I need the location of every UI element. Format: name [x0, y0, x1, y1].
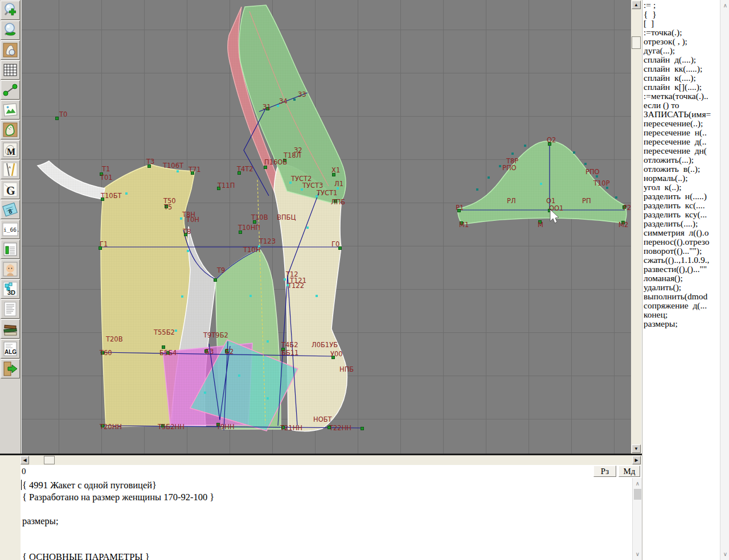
command-item[interactable]: :=метка(точка(.)..	[644, 92, 720, 101]
command-item[interactable]: разделить кс(....	[644, 201, 720, 210]
toolbar-calculator-icon[interactable]: 8	[1, 200, 20, 219]
scroll-up-icon[interactable]: ▲	[632, 1, 641, 9]
toolbar-chart-icon[interactable]	[1, 240, 20, 259]
command-item[interactable]: сплайн д(....);	[644, 55, 720, 64]
program-editor-panel[interactable]: 0 Рз Мд { 4991 Жакет с одной пуговицей}{…	[21, 465, 632, 560]
point-marker[interactable]	[56, 117, 59, 120]
scroll-left-icon[interactable]: ◀	[21, 456, 29, 464]
scroll-down-icon[interactable]: ∨	[721, 550, 729, 559]
command-item[interactable]: перенос(().отрезо	[644, 237, 720, 246]
md-button[interactable]: Мд	[619, 466, 640, 477]
editor-vscrollbar[interactable]: ∧ ∨	[632, 478, 642, 560]
command-item[interactable]: пересечение дн(	[644, 146, 720, 155]
point-marker[interactable]	[361, 427, 364, 430]
point-marker[interactable]	[511, 153, 514, 155]
pattern-canvas[interactable]: Т0Т1Т01Т3Т106ТТ71Т10БТТ50Т5Т8НТ0НТ8Г1Т9Т…	[22, 0, 631, 454]
command-item[interactable]: размеры;	[644, 319, 720, 328]
command-item[interactable]: отложить(...);	[644, 155, 720, 164]
scroll-up-icon[interactable]: ∧	[633, 479, 642, 488]
point-marker[interactable]	[284, 278, 286, 281]
point-marker[interactable]	[187, 250, 189, 252]
vscroll-thumb[interactable]	[632, 36, 641, 49]
point-marker[interactable]	[181, 295, 183, 298]
point-marker[interactable]	[573, 151, 575, 154]
toolbar-grid-icon[interactable]	[1, 60, 20, 80]
command-item[interactable]: разделить н(.....)	[644, 192, 720, 201]
toolbar-text-doc-icon[interactable]	[1, 299, 20, 319]
command-item[interactable]: симметрия л(().о	[644, 228, 720, 237]
toolbar-letter-g-icon[interactable]: G	[1, 180, 20, 199]
command-item[interactable]: поворот(()..."");	[644, 246, 720, 256]
canvas-area[interactable]: Т0Т1Т01Т3Т106ТТ71Т10БТТ50Т5Т8НТ0НТ8Г1Т9Т…	[22, 0, 631, 454]
point-marker[interactable]	[125, 192, 128, 195]
point-marker[interactable]	[267, 340, 269, 343]
point-marker[interactable]	[499, 165, 501, 167]
point-marker[interactable]	[540, 183, 542, 185]
point-marker[interactable]	[293, 98, 296, 101]
point-marker[interactable]	[524, 145, 526, 147]
toolbar-piece-preview-icon[interactable]	[1, 40, 20, 60]
point-marker[interactable]	[177, 170, 179, 172]
command-item[interactable]: пересечение(..);	[644, 119, 720, 128]
command-item[interactable]: сопряжение д(...	[644, 301, 720, 310]
command-item[interactable]: отложить в(..);	[644, 164, 720, 174]
command-item[interactable]: сжать(()..,1.1.0.9.,	[644, 256, 720, 265]
command-item[interactable]: если () то	[644, 101, 720, 110]
point-marker[interactable]	[264, 166, 267, 169]
toolbar-portrait-icon[interactable]	[1, 260, 20, 279]
toolbar-books-icon[interactable]	[1, 319, 20, 339]
command-item[interactable]: ЗАПИСАТЬ(имя=	[644, 110, 720, 119]
hscroll-thumb[interactable]	[44, 456, 55, 464]
point-marker[interactable]	[162, 346, 165, 349]
scroll-down-icon[interactable]: ▼	[632, 444, 641, 453]
point-marker[interactable]	[175, 330, 177, 332]
scroll-up-icon[interactable]: ∧	[721, 1, 729, 10]
toolbar-i66-icon[interactable]: i_66.	[1, 220, 20, 239]
toolbar-drafting-tools-icon[interactable]: A	[1, 160, 20, 179]
command-item[interactable]: угол к(..);	[644, 183, 720, 192]
editor-vscroll-thumb[interactable]	[634, 489, 641, 500]
command-item[interactable]: разделить(....);	[644, 219, 720, 228]
point-marker[interactable]	[584, 163, 587, 165]
canvas-vscrollbar[interactable]: ▲ ▼	[631, 0, 641, 454]
command-item[interactable]: отрезок( , );	[644, 37, 720, 46]
editor-text[interactable]: { 4991 Жакет с одной пуговицей}{ Разрабо…	[22, 479, 214, 560]
scroll-right-icon[interactable]: ▶	[632, 456, 641, 464]
command-item[interactable]: конец;	[644, 310, 720, 319]
command-item[interactable]: { }	[644, 10, 720, 19]
command-item[interactable]: разделить ксу(...	[644, 210, 720, 219]
command-item[interactable]: пересечение н(..	[644, 128, 720, 137]
command-item[interactable]: удалить();	[644, 283, 720, 292]
point-marker[interactable]	[316, 295, 318, 297]
toolbar-exit-icon[interactable]	[1, 359, 20, 378]
point-marker[interactable]	[249, 295, 252, 297]
rz-button[interactable]: Рз	[593, 466, 616, 477]
point-marker[interactable]	[476, 188, 478, 191]
point-marker[interactable]	[615, 196, 617, 199]
toolbar-image-icon[interactable]	[1, 100, 20, 120]
point-marker[interactable]	[306, 227, 309, 229]
command-item[interactable]: пересечение д(..	[644, 137, 720, 146]
point-marker[interactable]	[267, 397, 269, 400]
point-marker[interactable]	[204, 392, 206, 394]
command-item[interactable]: выполнить(dmod	[644, 292, 720, 301]
point-marker[interactable]	[214, 279, 217, 282]
toolbar-piece-m-icon[interactable]: M	[1, 140, 20, 159]
toolbar-measure-icon[interactable]	[1, 80, 20, 100]
command-item[interactable]: сплайн к[](....);	[644, 83, 720, 92]
toolbar-three-d-icon[interactable]: 3D	[1, 279, 20, 299]
toolbar-zoom-out-icon[interactable]	[1, 20, 20, 40]
toolbar-zoom-in-icon[interactable]	[1, 1, 20, 20]
canvas-hscrollbar[interactable]: ◀ ▶	[21, 455, 641, 465]
command-item[interactable]: ломаная();	[644, 274, 720, 283]
command-item[interactable]: := ;	[644, 1, 720, 10]
command-item[interactable]: сплайн к(....);	[644, 73, 720, 83]
command-panel-scrollbar[interactable]: ∧ ∨	[720, 0, 729, 560]
toolbar-alg-icon[interactable]: ALG	[1, 339, 20, 359]
command-item[interactable]: дуга(...);	[644, 46, 720, 55]
command-item[interactable]: :=точка(.);	[644, 28, 720, 37]
command-item[interactable]: развести((),()...""	[644, 265, 720, 274]
command-item[interactable]: нормаль(..);	[644, 174, 720, 183]
scroll-down-icon[interactable]: ∨	[633, 550, 642, 559]
command-item[interactable]: сплайн кк(.....);	[644, 64, 720, 73]
